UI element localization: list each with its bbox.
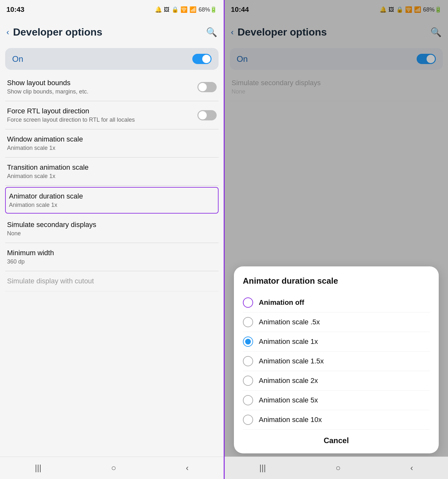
radio-label-2x: Animation scale 2x	[259, 377, 318, 385]
cancel-button[interactable]: Cancel	[243, 430, 430, 447]
setting-title: Minimum width	[7, 249, 217, 257]
left-phone: 10:43 🔔 🖼 🔒 🛜 📶 68%🔋 ‹ Developer options…	[0, 0, 224, 479]
setting-subtitle: Animation scale 1x	[7, 145, 217, 151]
radio-label-5x: Animation scale 5x	[259, 396, 318, 404]
toggle-show-layout[interactable]	[197, 82, 217, 92]
radio-label-1x: Animation scale 1x	[259, 337, 318, 346]
page-title-left: Developer options	[13, 26, 206, 38]
dialog-title: Animator duration scale	[243, 276, 430, 286]
right-phone: 10:44 🔔 🖼 🔒 🛜 📶 68%🔋 ‹ Developer options…	[225, 0, 448, 479]
setting-animator-duration[interactable]: Animator duration scale Animation scale …	[5, 187, 219, 214]
toggle-force-rtl[interactable]	[197, 110, 217, 120]
setting-title: Show layout bounds	[7, 79, 88, 87]
nav-home-icon-r[interactable]: ○	[336, 463, 341, 473]
nav-back-icon-r[interactable]: ‹	[410, 463, 413, 473]
setting-title: Simulate display with cutout	[7, 277, 217, 285]
radio-label-10x: Animation scale 10x	[259, 416, 322, 424]
settings-list-left: Show layout bounds Show clip bounds, mar…	[0, 73, 224, 457]
battery-icon: 68%🔋	[198, 6, 217, 13]
back-button-left[interactable]: ‹	[6, 27, 9, 37]
setting-transition-animation[interactable]: Transition animation scale Animation sca…	[5, 158, 219, 186]
status-icons-left: 🔔 🖼 🔒 🛜 📶 68%🔋	[155, 6, 217, 13]
radio-circle-5x[interactable]	[243, 395, 253, 405]
radio-option-05x[interactable]: Animation scale .5x	[243, 313, 430, 332]
nav-back-icon[interactable]: ‹	[186, 463, 189, 473]
setting-partial: Simulate display with cutout	[5, 271, 219, 291]
radio-circle-15x[interactable]	[243, 356, 253, 366]
image-icon: 🖼	[164, 6, 170, 13]
radio-label-05x: Animation scale .5x	[259, 318, 320, 326]
header-left: ‹ Developer options 🔍	[0, 19, 224, 45]
radio-label-off: Animation off	[259, 298, 304, 307]
setting-subtitle: None	[7, 230, 217, 237]
animator-duration-dialog: Animator duration scale Animation off An…	[234, 266, 439, 453]
setting-subtitle: Force screen layout direction to RTL for…	[7, 117, 194, 123]
wifi-icon: 🛜	[180, 6, 188, 13]
status-time-left: 10:43	[6, 5, 24, 14]
radio-circle-off[interactable]	[243, 297, 253, 308]
nav-recent-icon-r[interactable]: |||	[259, 463, 266, 473]
dialog-overlay: Animator duration scale Animation off An…	[225, 0, 448, 479]
setting-title: Simulate secondary displays	[7, 221, 217, 229]
setting-simulate-secondary[interactable]: Simulate secondary displays None	[5, 215, 219, 243]
on-toggle-left[interactable]	[192, 54, 212, 64]
radio-label-15x: Animation scale 1.5x	[259, 357, 324, 365]
radio-circle-10x[interactable]	[243, 415, 253, 425]
radio-circle-1x[interactable]	[243, 337, 253, 347]
setting-subtitle: Animation scale 1x	[7, 173, 217, 180]
radio-option-5x[interactable]: Animation scale 5x	[243, 391, 430, 410]
bottom-nav-left: ||| ○ ‹	[0, 457, 224, 479]
nav-recent-icon[interactable]: |||	[35, 463, 41, 473]
setting-minimum-width[interactable]: Minimum width 360 dp	[5, 243, 219, 271]
setting-title: Force RTL layout direction	[7, 107, 194, 115]
notification-icon: 🔔	[155, 6, 162, 13]
search-icon-left[interactable]: 🔍	[206, 27, 217, 37]
radio-option-2x[interactable]: Animation scale 2x	[243, 371, 430, 391]
radio-option-animation-off[interactable]: Animation off	[243, 293, 430, 313]
setting-force-rtl[interactable]: Force RTL layout direction Force screen …	[5, 101, 219, 129]
right-phone-content: 10:44 🔔 🖼 🔒 🛜 📶 68%🔋 ‹ Developer options…	[225, 0, 448, 479]
setting-subtitle: 360 dp	[7, 258, 217, 265]
setting-subtitle: Show clip bounds, margins, etc.	[7, 88, 88, 95]
setting-show-layout-bounds[interactable]: Show layout bounds Show clip bounds, mar…	[5, 73, 219, 101]
status-bar-left: 10:43 🔔 🖼 🔒 🛜 📶 68%🔋	[0, 0, 224, 19]
on-toggle-row-left[interactable]: On	[5, 48, 219, 70]
setting-title: Animator duration scale	[9, 192, 215, 200]
nav-home-icon[interactable]: ○	[111, 463, 116, 473]
signal-icon: 📶	[189, 6, 196, 13]
radio-option-1x[interactable]: Animation scale 1x	[243, 332, 430, 352]
radio-circle-2x[interactable]	[243, 376, 253, 386]
radio-circle-05x[interactable]	[243, 317, 253, 327]
radio-option-10x[interactable]: Animation scale 10x	[243, 410, 430, 430]
setting-window-animation[interactable]: Window animation scale Animation scale 1…	[5, 129, 219, 158]
setting-subtitle: Animation scale 1x	[9, 202, 215, 208]
setting-title: Transition animation scale	[7, 163, 217, 172]
setting-title: Window animation scale	[7, 135, 217, 143]
bottom-nav-right: ||| ○ ‹	[225, 457, 448, 479]
radio-option-15x[interactable]: Animation scale 1.5x	[243, 352, 430, 371]
lock-icon: 🔒	[172, 6, 179, 13]
on-label-left: On	[12, 54, 23, 64]
